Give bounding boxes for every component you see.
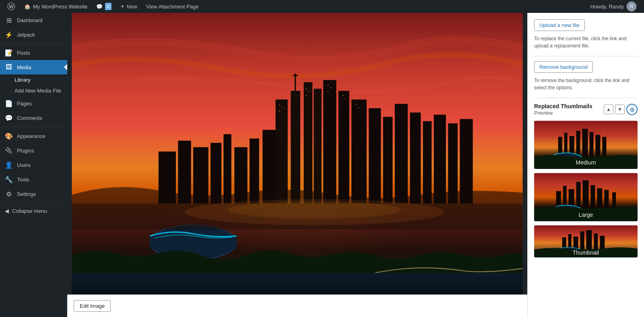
svg-rect-46: [72, 273, 523, 294]
svg-point-45: [228, 201, 401, 218]
remove-background-button[interactable]: Remove background: [534, 61, 593, 73]
divider-1: [534, 56, 638, 56]
sidebar-item-tools[interactable]: 🔧 Tools: [0, 172, 67, 187]
sidebar-item-users[interactable]: 👤 Users: [0, 158, 67, 172]
image-area: Edit Image: [67, 13, 527, 317]
thumbnails-header: Replaced Thumbnails Preview ▲ ▼ ⊕: [534, 103, 638, 116]
comments-icon: 💬: [5, 114, 13, 122]
thumbnails-expand-button[interactable]: ⊕: [626, 104, 638, 115]
svg-rect-6: [262, 130, 278, 204]
site-name-item[interactable]: 🏠 My WordPress Website: [20, 0, 91, 13]
main-image: [67, 13, 527, 294]
comments-item[interactable]: 💬 0: [92, 0, 116, 13]
sidebar-item-media[interactable]: 🖼 Media: [0, 60, 67, 74]
sidebar-item-label: Posts: [17, 50, 30, 56]
svg-rect-28: [282, 106, 283, 107]
sidebar-item-label: Media: [17, 64, 31, 70]
collapse-icon: ◀: [5, 208, 9, 214]
dashboard-icon: ⊞: [5, 16, 13, 24]
svg-rect-38: [345, 98, 346, 99]
svg-rect-7: [276, 99, 288, 203]
new-item[interactable]: + New: [116, 0, 141, 13]
thumbnails-subtitle: Preview: [534, 110, 553, 116]
svg-rect-29: [279, 110, 280, 111]
avatar: R: [626, 1, 637, 12]
svg-rect-16: [369, 108, 381, 204]
svg-rect-37: [343, 95, 344, 96]
svg-rect-40: [358, 107, 359, 108]
howdy-text: Howdy, Randy: [590, 4, 624, 10]
svg-rect-33: [306, 95, 307, 96]
svg-rect-34: [328, 84, 328, 85]
svg-rect-11: [304, 82, 313, 204]
thumbnail-medium-label: Medium: [534, 159, 638, 166]
sidebar-submenu-library[interactable]: Library: [0, 74, 67, 85]
settings-icon: ⚙: [5, 190, 13, 198]
svg-rect-18: [395, 104, 408, 204]
pages-icon: 📄: [5, 100, 13, 107]
appearance-icon: 🎨: [5, 132, 13, 140]
svg-rect-23: [460, 119, 473, 204]
upload-section: Upload a new file To replace the current…: [534, 19, 638, 49]
users-icon: 👤: [5, 161, 13, 169]
svg-rect-36: [328, 91, 328, 92]
svg-rect-5: [250, 138, 259, 204]
sidebar-item-label: Users: [17, 162, 31, 168]
upload-new-file-button[interactable]: Upload a new file: [534, 19, 585, 31]
sidebar-item-appearance[interactable]: 🎨 Appearance: [0, 129, 67, 143]
collapse-menu-item[interactable]: ◀ Collapse menu: [0, 205, 67, 217]
sidebar-item-label: Dashboard: [17, 17, 43, 23]
sidebar-item-comments[interactable]: 💬 Comments: [0, 111, 67, 125]
view-attachment-item[interactable]: View Attachment Page: [142, 0, 203, 13]
svg-rect-13: [323, 80, 336, 204]
sidebar-item-label: Settings: [17, 191, 36, 197]
svg-rect-17: [383, 117, 393, 203]
svg-rect-21: [434, 115, 446, 204]
sidebar-item-dashboard[interactable]: ⊞ Dashboard: [0, 13, 67, 27]
right-panel: Upload a new file To replace the current…: [527, 13, 644, 317]
collapse-label: Collapse menu: [12, 208, 47, 214]
main-content: Edit Image Upload a new file To replace …: [67, 13, 644, 317]
plus-icon: +: [120, 3, 124, 10]
library-label: Library: [14, 77, 31, 83]
svg-rect-3: [223, 134, 231, 204]
edit-image-button[interactable]: Edit Image: [74, 300, 111, 312]
upload-desc: To replace the current file, click the l…: [534, 35, 638, 49]
svg-rect-15: [351, 99, 367, 203]
thumbnails-collapse-up-button[interactable]: ▲: [604, 105, 613, 114]
sidebar-item-pages[interactable]: 📄 Pages: [0, 96, 67, 111]
comments-icon: 💬: [96, 4, 103, 10]
sidebar-item-posts[interactable]: 📝 Posts: [0, 45, 67, 60]
sidebar-item-jetpack[interactable]: ⚡ Jetpack: [0, 27, 67, 42]
thumbnails-title-group: Replaced Thumbnails Preview: [534, 103, 592, 116]
posts-icon: 📝: [5, 49, 13, 57]
comments-count: 0: [105, 3, 111, 10]
howdy-item[interactable]: Howdy, Randy R: [586, 0, 641, 13]
sidebar: ⊞ Dashboard ⚡ Jetpack 📝 Posts 🖼 Media Li…: [0, 13, 67, 317]
sidebar-item-label: Appearance: [17, 133, 45, 139]
svg-rect-39: [356, 104, 357, 105]
sidebar-item-settings[interactable]: ⚙ Settings: [0, 187, 67, 201]
svg-rect-19: [410, 113, 421, 204]
sidebar-item-plugins[interactable]: 🔌 Plugins: [0, 143, 67, 158]
svg-rect-2: [211, 143, 221, 204]
edit-image-bar: Edit Image: [67, 294, 527, 317]
wp-logo-item[interactable]: ⓦ: [3, 0, 19, 13]
svg-rect-22: [448, 124, 458, 204]
sidebar-submenu-add-new[interactable]: Add New Media File: [0, 85, 67, 96]
svg-rect-30: [284, 108, 285, 109]
thumbnails-title: Replaced Thumbnails Preview: [534, 103, 592, 116]
svg-rect-32: [309, 91, 310, 92]
thumbnails-collapse-down-button[interactable]: ▼: [615, 105, 625, 114]
svg-rect-62: [583, 180, 589, 213]
thumbnail-large: Large: [534, 173, 638, 221]
svg-rect-20: [423, 121, 432, 204]
thumbnails-controls: ▲ ▼ ⊕: [604, 104, 638, 115]
sidebar-item-label: Tools: [17, 177, 29, 183]
svg-rect-27: [279, 104, 280, 105]
sidebar-item-label: Jetpack: [17, 32, 35, 38]
svg-rect-4: [234, 147, 247, 204]
thumbnail-small: Thumbnail: [534, 225, 638, 257]
media-icon: 🖼: [5, 64, 13, 71]
sidebar-item-label: Pages: [17, 101, 32, 107]
